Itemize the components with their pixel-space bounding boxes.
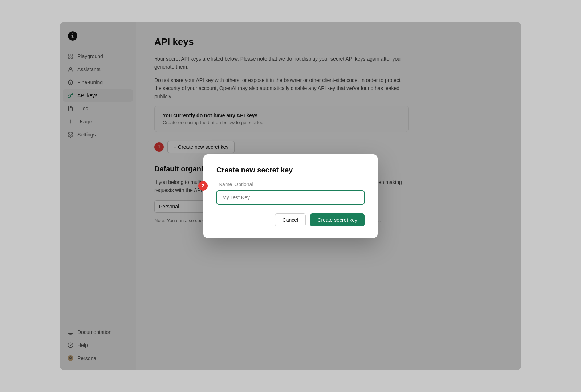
cancel-button[interactable]: Cancel — [275, 213, 306, 226]
modal-overlay: 2 Create new secret key NameOptional Can… — [60, 22, 521, 370]
create-secret-key-modal: 2 Create new secret key NameOptional Can… — [203, 154, 378, 238]
modal-title: Create new secret key — [216, 166, 365, 174]
field-label: NameOptional — [216, 181, 365, 187]
step-2-badge: 2 — [198, 181, 208, 191]
modal-actions: Cancel Create secret key — [216, 213, 365, 226]
key-name-input[interactable] — [216, 190, 365, 205]
create-secret-key-button[interactable]: Create secret key — [310, 213, 365, 226]
